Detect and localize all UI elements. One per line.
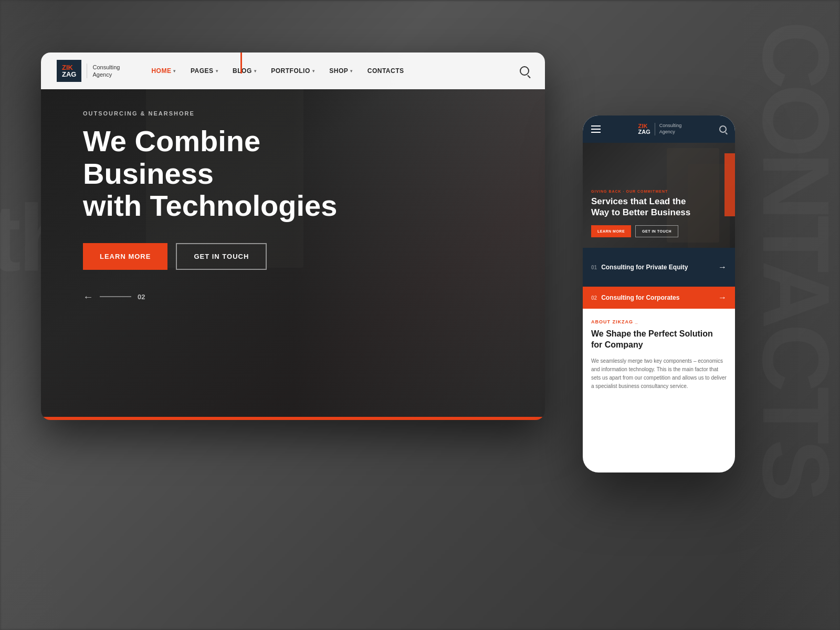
bg-people-right xyxy=(735,0,840,630)
mobile-hero-title: Services that Lead the Way to Better Bus… xyxy=(591,196,727,218)
mobile-dark-section: 01 Consulting for Private Equity → xyxy=(583,248,735,287)
get-in-touch-button[interactable]: GET IN TOUCH xyxy=(176,243,267,270)
mobile-arrow-icon-2: → xyxy=(718,293,727,302)
logo-zikzag-mark: ZIK ZAG xyxy=(57,60,81,82)
hamburger-menu-icon[interactable] xyxy=(591,125,601,133)
mobile-item-number-2: 02 xyxy=(591,295,597,301)
nav-item-blog[interactable]: BLOG ▾ xyxy=(233,67,256,75)
slide-progress-line xyxy=(100,296,131,297)
mobile-mockup: ZIK ZAG Consulting Agency GIVING BACK · … xyxy=(583,116,735,472)
mobile-about-pretitle: ABOUT ZIKZAG _ xyxy=(591,319,727,324)
hero-buttons: LEARN MORE GET IN TOUCH xyxy=(83,243,503,270)
chevron-down-icon: ▾ xyxy=(216,69,218,74)
nav-item-shop[interactable]: SHOP ▾ xyxy=(329,67,353,75)
nav-item-contacts[interactable]: CONTACTS xyxy=(368,67,404,75)
mobile-learn-more-button[interactable]: LEARN MORE xyxy=(591,225,631,237)
logo-agency-text: Consulting Agency xyxy=(87,64,120,79)
hero-title: We Combine Business with Technologies xyxy=(83,125,398,222)
chevron-down-icon: ▾ xyxy=(254,69,257,74)
search-icon[interactable] xyxy=(520,66,529,76)
mobile-hero-buttons: LEARN MORE GET IN TOUCH xyxy=(591,225,727,237)
chevron-down-icon: ▾ xyxy=(350,69,353,74)
desktop-hero-content: OUTSOURCING & NEARSHORE We Combine Busin… xyxy=(83,110,503,303)
mobile-consulting-label-1: Consulting for Private Equity xyxy=(601,264,688,271)
chevron-down-icon: ▾ xyxy=(312,69,315,74)
mobile-nav: ZIK ZAG Consulting Agency xyxy=(583,116,735,143)
mobile-about-section: ABOUT ZIKZAG _ We Shape the Perfect Solu… xyxy=(583,309,735,401)
nav-item-portfolio[interactable]: PORTFOLIO ▾ xyxy=(271,67,314,75)
mobile-search-icon[interactable] xyxy=(719,125,727,133)
desktop-nav: ZIK ZAG Consulting Agency HOME ▾ PAGES ▾… xyxy=(41,52,545,89)
desktop-orange-bar xyxy=(41,417,545,420)
mobile-about-title: We Shape the Perfect Solution for Compan… xyxy=(591,329,727,351)
desktop-mockup: ZIK ZAG Consulting Agency HOME ▾ PAGES ▾… xyxy=(41,52,545,420)
hero-counter: ← 02 xyxy=(83,291,503,303)
mobile-consulting-label-2: Consulting for Corporates xyxy=(601,294,679,301)
mobile-arrow-icon-1: → xyxy=(718,262,727,272)
slide-number: 02 xyxy=(138,293,145,301)
nav-item-home[interactable]: HOME ▾ xyxy=(151,67,176,75)
hamburger-line xyxy=(591,129,601,130)
nav-accent-bar xyxy=(240,52,242,74)
mobile-get-in-touch-button[interactable]: GET IN TOUCH xyxy=(635,225,678,237)
mobile-logo-zag: ZAG xyxy=(638,129,650,135)
nav-item-pages[interactable]: PAGES ▾ xyxy=(191,67,218,75)
mobile-about-body: We seamlessly merge two key components –… xyxy=(591,357,727,391)
chevron-down-icon: ▾ xyxy=(173,69,176,74)
mobile-hero-content: GIVING BACK · OUR COMMITMENT Services th… xyxy=(591,190,727,237)
mobile-consulting-item-1[interactable]: 01 Consulting for Private Equity → xyxy=(591,256,727,278)
mobile-item-number-1: 01 xyxy=(591,265,597,270)
hamburger-line xyxy=(591,125,601,127)
desktop-logo[interactable]: ZIK ZAG Consulting Agency xyxy=(57,60,120,82)
mobile-hero-section: GIVING BACK · OUR COMMITMENT Services th… xyxy=(583,143,735,248)
mobile-consulting-item-2[interactable]: 02 Consulting for Corporates → xyxy=(583,287,735,309)
hamburger-line xyxy=(591,132,601,133)
mobile-logo-mark: ZIK ZAG xyxy=(638,123,650,135)
mobile-hero-pretitle: GIVING BACK · OUR COMMITMENT xyxy=(591,190,727,193)
logo-zag: ZAG xyxy=(62,71,76,78)
mobile-logo-agency: Consulting Agency xyxy=(655,123,682,135)
prev-slide-icon[interactable]: ← xyxy=(83,291,93,303)
learn-more-button[interactable]: LEARN MORE xyxy=(83,243,167,270)
mobile-logo[interactable]: ZIK ZAG Consulting Agency xyxy=(638,123,682,135)
desktop-nav-items: HOME ▾ PAGES ▾ BLOG ▾ PORTFOLIO ▾ SHOP ▾… xyxy=(151,67,520,75)
hero-subtitle: OUTSOURCING & NEARSHORE xyxy=(83,110,503,117)
